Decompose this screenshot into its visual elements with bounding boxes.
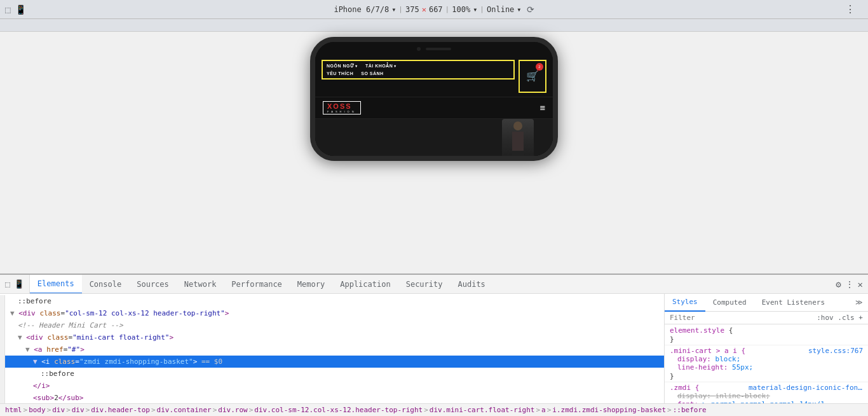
elements-scrollbar[interactable] <box>0 295 5 403</box>
compare-link[interactable]: SO SÁNH <box>361 71 383 76</box>
nav-highlight-group: NGÔN NGỮ ▾ TÀI KHOẢN ▾ YÊU THÍCH SO SÁNH <box>322 60 515 80</box>
devtools-tab-bar: ⬚ 📱 Elements Console Sources Network Per… <box>0 275 868 294</box>
breadcrumb-div-container[interactable]: div.container <box>157 406 212 414</box>
site-header-main: XOSS FASHION ≡ <box>315 97 553 119</box>
css-selector-minicart: .mini-cart > a i { <box>670 347 745 355</box>
bc-sep-6: > <box>213 406 217 414</box>
breadcrumb-div-col[interactable]: div.col-sm-12.col-xs-12.header-top-right <box>254 406 423 414</box>
close-icon[interactable]: ✕ <box>858 279 863 289</box>
breadcrumb-a[interactable]: a <box>541 406 546 414</box>
styles-tab-styles[interactable]: Styles <box>665 294 705 312</box>
device-name[interactable]: iPhone 6/7/8 <box>334 5 389 14</box>
element-before-2: ::before <box>5 368 664 380</box>
bc-sep-11: > <box>667 406 672 414</box>
dots-icon[interactable]: ⋮ <box>845 279 854 289</box>
element-div-minicart[interactable]: ▼ <div class="mini-cart float-right"> <box>5 331 664 343</box>
phone-camera <box>417 47 421 51</box>
element-before-1: ::before <box>5 295 664 307</box>
breadcrumb-div-header-top[interactable]: div.header-top <box>91 406 150 414</box>
lang-chevron: ▾ <box>355 64 358 68</box>
fashion-figure <box>502 119 534 156</box>
lang-link[interactable]: NGÔN NGỮ ▾ <box>327 64 358 69</box>
tab-network[interactable]: Network <box>177 275 224 293</box>
bc-sep-2: > <box>47 406 51 414</box>
element-comment-minicart: <!-- Header Mini Cart --> <box>5 319 664 331</box>
logo-subtext: FASHION <box>327 110 356 113</box>
styles-right-controls: ≫ <box>855 298 868 307</box>
zoom-chevron[interactable]: ▾ <box>473 5 477 14</box>
zoom-level: 100% <box>452 5 470 14</box>
phone-mockup: NGÔN NGỮ ▾ TÀI KHOẢN ▾ YÊU THÍCH SO SÁNH <box>310 37 558 161</box>
filter-hint: :hov .cls + <box>817 314 863 322</box>
elements-tree: ::before ▼ <div class="col-sm-12 col-xs-… <box>5 295 664 403</box>
network-status: Online <box>487 5 514 14</box>
breadcrumb-body[interactable]: body <box>29 406 46 414</box>
device-info: iPhone 6/7/8 ▾ | 375 ✕ 667 | 100% ▾ | On… <box>334 4 534 15</box>
bc-sep-9: > <box>536 406 540 414</box>
css-rule-zmdi: .zmdi { material-design-iconic-font.min.… <box>665 382 868 403</box>
styles-tab-event-listeners[interactable]: Event Listeners <box>754 294 832 312</box>
expand-icon[interactable]: ≫ <box>855 298 863 307</box>
tab-security[interactable]: Security <box>398 275 451 293</box>
css-source-zmdi[interactable]: material-design-iconic-font.min.css:1 <box>749 384 863 392</box>
preview-area: NGÔN NGỮ ▾ TÀI KHOẢN ▾ YÊU THÍCH SO SÁNH <box>0 32 868 159</box>
breadcrumb-div-1[interactable]: div <box>52 406 65 414</box>
settings-icon[interactable]: ⚙ <box>836 279 841 289</box>
styles-tab-computed[interactable]: Computed <box>705 294 754 312</box>
phone-notch <box>315 42 553 56</box>
logo-text: XOSS <box>327 102 356 110</box>
breadcrumb-i-zmdi[interactable]: i.zmdi.zmdi-shopping-basket <box>552 406 666 414</box>
hamburger-icon[interactable]: ≡ <box>540 102 545 113</box>
bc-sep-8: > <box>424 406 428 414</box>
breadcrumb-div-2[interactable]: div <box>72 406 85 414</box>
bc-sep-7: > <box>249 406 254 414</box>
bc-sep-10: > <box>547 406 552 414</box>
devtools-tabs: Elements Console Sources Network Perform… <box>30 275 493 293</box>
breadcrumb-html[interactable]: html <box>5 406 22 414</box>
tab-sources[interactable]: Sources <box>129 275 177 293</box>
breadcrumb-div-minicart[interactable]: div.mini-cart.float-right <box>430 406 535 414</box>
devtools-right-controls: ⚙ ⋮ ✕ <box>836 279 868 289</box>
tab-application[interactable]: Application <box>332 275 398 293</box>
logo[interactable]: XOSS FASHION <box>323 101 361 114</box>
element-sub[interactable]: <sub>2</sub> <box>5 392 664 403</box>
wishlist-link[interactable]: YÊU THÍCH <box>327 71 353 76</box>
ruler <box>0 19 868 32</box>
device-toolbar-icon[interactable]: 📱 <box>15 4 26 15</box>
tab-console[interactable]: Console <box>82 275 130 293</box>
styles-filter-input[interactable] <box>670 314 814 322</box>
site-header-top: NGÔN NGỮ ▾ TÀI KHOẢN ▾ YÊU THÍCH SO SÁNH <box>315 56 553 97</box>
devtools-topbar: ⬚ 📱 iPhone 6/7/8 ▾ | 375 ✕ 667 | 100% ▾ … <box>0 0 868 19</box>
styles-tab-bar: Styles Computed Event Listeners ≫ <box>665 294 868 312</box>
element-div-col[interactable]: ▼ <div class="col-sm-12 col-xs-12 header… <box>5 307 664 319</box>
breadcrumb-before[interactable]: ::before <box>673 406 707 414</box>
rotate-icon[interactable]: ⟳ <box>527 4 534 15</box>
tab-performance[interactable]: Performance <box>224 275 289 293</box>
cursor-icon[interactable]: ⬚ <box>5 279 10 289</box>
element-i-zmdi[interactable]: ▼ <i class="zmdi zmdi-shopping-basket"> … <box>5 356 664 368</box>
breadcrumb-div-row[interactable]: div.row <box>218 406 247 414</box>
tab-memory[interactable]: Memory <box>290 275 332 293</box>
account-link[interactable]: TÀI KHOẢN ▾ <box>365 64 397 69</box>
tab-elements[interactable]: Elements <box>30 275 82 293</box>
phone-speaker <box>426 48 451 50</box>
css-source-minicart[interactable]: style.css:767 <box>808 347 863 355</box>
inspect-icon[interactable]: ⬚ <box>5 4 10 15</box>
devtools-left-icons: ⬚ 📱 <box>0 0 26 19</box>
topbar-right-controls: ⋮ <box>845 3 855 15</box>
element-a-href[interactable]: ▼ <a href="#"> <box>5 343 664 356</box>
devtools-panel: ⬚ 📱 Elements Console Sources Network Per… <box>0 274 868 416</box>
phone-screen: NGÔN NGỮ ▾ TÀI KHOẢN ▾ YÊU THÍCH SO SÁNH <box>315 56 553 156</box>
cart-box[interactable]: 🛒 2 <box>519 60 546 93</box>
devtools-body: ::before ▼ <div class="col-sm-12 col-xs-… <box>0 294 868 403</box>
bc-sep-4: > <box>86 406 90 414</box>
css-selector-element: element.style <box>670 326 729 335</box>
tab-audits[interactable]: Audits <box>450 275 492 293</box>
network-chevron[interactable]: ▾ <box>517 5 521 14</box>
chevron-icon[interactable]: ▾ <box>391 5 396 14</box>
device-icon[interactable]: 📱 <box>14 279 24 289</box>
kebab-menu-icon[interactable]: ⋮ <box>845 3 855 15</box>
site-content <box>315 119 553 156</box>
css-selector-zmdi: .zmdi { <box>670 384 699 392</box>
element-close-i: </i> <box>5 380 664 392</box>
